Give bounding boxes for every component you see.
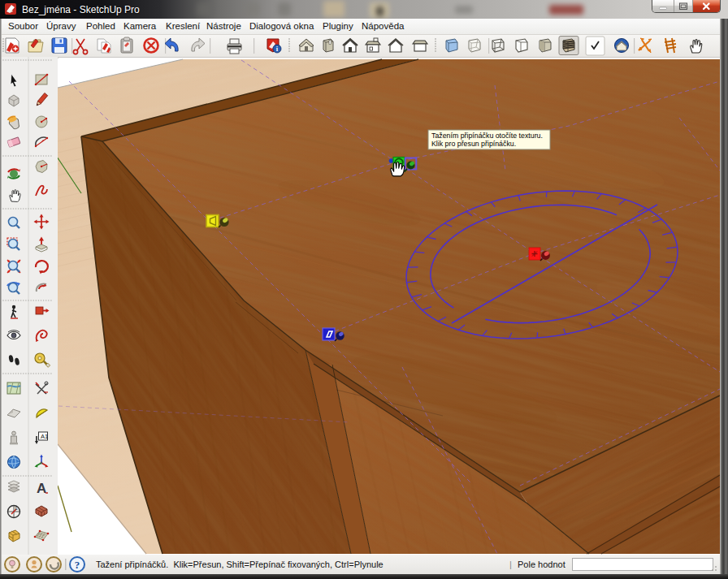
svg-text:Tažením připínáčku otočíte tex: Tažením připínáčku otočíte texturu. bbox=[431, 132, 543, 140]
svg-text:A: A bbox=[37, 481, 46, 496]
svg-text:A1: A1 bbox=[41, 433, 48, 440]
svg-text:Klik pro přesun připínáčku.: Klik pro přesun připínáčku. bbox=[431, 140, 516, 148]
svg-text:?: ? bbox=[75, 559, 80, 571]
